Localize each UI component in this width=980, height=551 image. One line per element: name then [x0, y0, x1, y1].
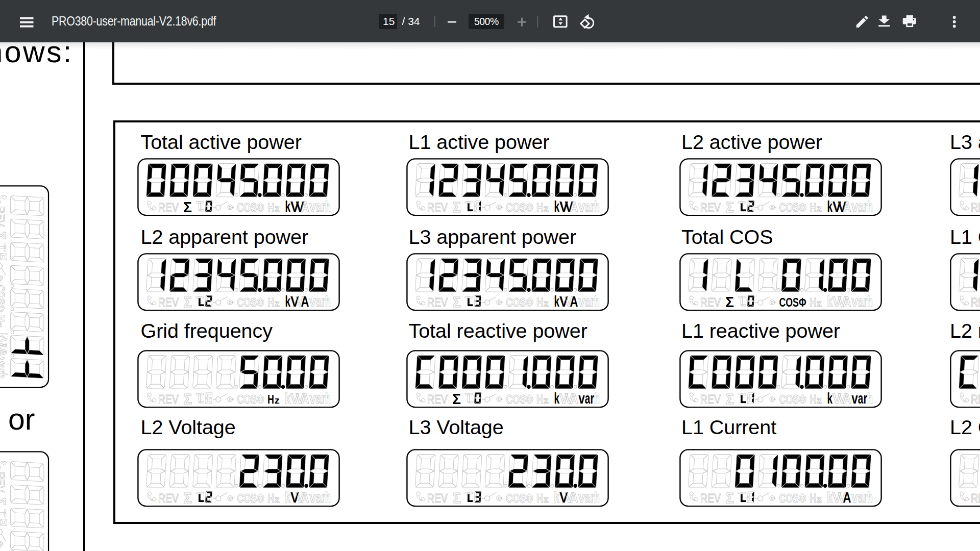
- svg-text:h: h: [867, 293, 873, 310]
- svg-text:r: r: [321, 489, 325, 506]
- svg-text:Σ: Σ: [0, 232, 9, 240]
- svg-text:COSΦ: COSΦ: [506, 295, 533, 309]
- svg-text:k: k: [285, 489, 290, 506]
- svg-text:h: h: [325, 390, 331, 407]
- svg-text:COSΦ: COSΦ: [506, 491, 533, 505]
- svg-text:A: A: [301, 489, 309, 506]
- svg-text:COSΦ: COSΦ: [779, 295, 806, 309]
- svg-text:z: z: [544, 298, 549, 309]
- svg-text:r: r: [0, 369, 10, 373]
- svg-text:r: r: [590, 390, 594, 407]
- svg-text:H: H: [810, 295, 816, 309]
- svg-text:COSΦ: COSΦ: [779, 491, 806, 505]
- svg-text:COSΦ: COSΦ: [779, 201, 806, 214]
- svg-text:h: h: [325, 293, 331, 310]
- svg-text:r: r: [863, 198, 867, 215]
- svg-text:k: k: [285, 293, 290, 310]
- svg-text:k: k: [285, 390, 290, 407]
- svg-text:k: k: [554, 390, 560, 407]
- svg-text:Σ: Σ: [183, 390, 192, 407]
- svg-text:REV: REV: [427, 392, 448, 406]
- svg-text:H: H: [536, 201, 543, 214]
- svg-text:Σ: Σ: [183, 489, 192, 506]
- svg-text:z: z: [274, 204, 279, 214]
- svg-text:COSΦ: COSΦ: [237, 295, 264, 309]
- svg-text:REV: REV: [158, 392, 179, 406]
- svg-text:Σ: Σ: [453, 489, 461, 506]
- svg-text:z: z: [816, 204, 821, 214]
- svg-text:k: k: [827, 293, 832, 310]
- svg-text:H: H: [536, 392, 543, 406]
- svg-text:H: H: [810, 201, 816, 214]
- svg-text:COSΦ: COSΦ: [0, 285, 7, 312]
- svg-text:A: A: [843, 390, 851, 407]
- svg-text:Σ: Σ: [183, 198, 192, 215]
- svg-text:k: k: [554, 293, 560, 310]
- svg-text:A: A: [843, 293, 851, 310]
- svg-text:v: v: [851, 293, 858, 310]
- svg-text:REV: REV: [700, 295, 721, 309]
- svg-text:r: r: [590, 293, 594, 310]
- svg-text:a: a: [315, 489, 321, 506]
- svg-text:REV: REV: [971, 392, 980, 406]
- svg-text:h: h: [594, 489, 600, 506]
- svg-text:z: z: [544, 494, 549, 505]
- svg-text:H: H: [536, 295, 543, 309]
- svg-text:REV: REV: [971, 201, 980, 214]
- svg-text:z: z: [274, 494, 279, 505]
- svg-text:REV: REV: [700, 491, 721, 505]
- svg-text:z: z: [544, 204, 549, 214]
- svg-text:k: k: [827, 198, 832, 215]
- svg-text:REV: REV: [427, 295, 448, 309]
- svg-text:A: A: [301, 293, 309, 310]
- svg-text:A: A: [843, 198, 851, 215]
- svg-text:k: k: [0, 333, 9, 339]
- svg-text:A: A: [301, 198, 309, 215]
- svg-text:h: h: [0, 373, 10, 379]
- svg-text:h: h: [594, 390, 600, 407]
- svg-text:z: z: [544, 395, 549, 406]
- svg-text:H: H: [267, 491, 274, 505]
- svg-text:H: H: [810, 392, 816, 406]
- svg-text:v: v: [0, 357, 10, 364]
- svg-text:Σ: Σ: [0, 497, 9, 506]
- svg-text:H: H: [536, 491, 543, 505]
- svg-text:v: v: [309, 489, 316, 506]
- svg-text:h: h: [867, 390, 873, 407]
- svg-text:Σ: Σ: [725, 390, 734, 407]
- svg-text:REV: REV: [0, 472, 7, 492]
- svg-text:r: r: [863, 489, 867, 506]
- svg-text:a: a: [857, 489, 863, 506]
- svg-text:REV: REV: [0, 206, 7, 227]
- svg-text:A: A: [570, 489, 578, 506]
- svg-text:REV: REV: [427, 491, 448, 505]
- svg-text:v: v: [578, 198, 585, 215]
- svg-text:z: z: [816, 298, 821, 309]
- svg-text:H: H: [267, 392, 274, 406]
- svg-text:A: A: [0, 349, 9, 357]
- svg-text:v: v: [578, 293, 585, 310]
- svg-text:Σ: Σ: [725, 293, 734, 310]
- svg-text:COSΦ: COSΦ: [779, 392, 806, 406]
- svg-text:REV: REV: [158, 295, 179, 309]
- svg-text:k: k: [827, 390, 832, 407]
- svg-text:a: a: [585, 198, 591, 215]
- svg-text:k: k: [554, 489, 560, 506]
- svg-text:a: a: [857, 293, 863, 310]
- svg-text:A: A: [301, 390, 309, 407]
- svg-text:COSΦ: COSΦ: [237, 392, 264, 406]
- svg-text:k: k: [827, 489, 832, 506]
- svg-text:Σ: Σ: [725, 198, 734, 215]
- svg-text:Σ: Σ: [725, 489, 734, 506]
- svg-text:k: k: [285, 198, 290, 215]
- svg-text:a: a: [585, 489, 591, 506]
- svg-text:COSΦ: COSΦ: [506, 201, 533, 214]
- svg-text:v: v: [309, 390, 316, 407]
- svg-text:Σ: Σ: [453, 390, 461, 407]
- svg-text:r: r: [863, 390, 867, 407]
- svg-text:a: a: [585, 293, 591, 310]
- svg-text:r: r: [321, 390, 325, 407]
- svg-text:v: v: [578, 489, 585, 506]
- svg-text:a: a: [857, 390, 863, 407]
- svg-text:A: A: [570, 198, 578, 215]
